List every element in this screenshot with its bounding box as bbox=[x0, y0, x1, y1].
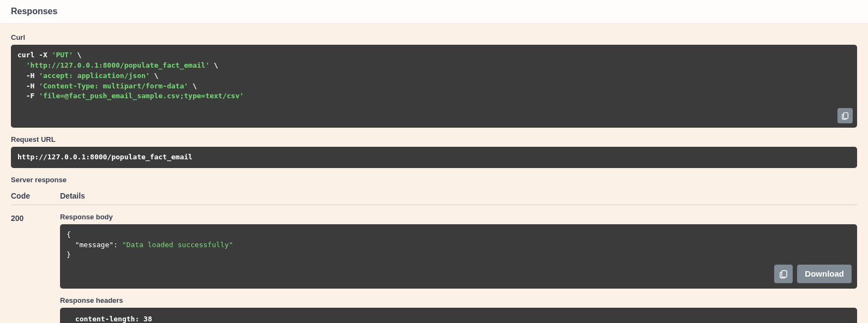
curl-text bbox=[17, 61, 26, 69]
response-table-head: Code Details bbox=[11, 192, 857, 205]
request-url-block: http://127.0.0.1:8000/populate_fact_emai… bbox=[11, 147, 857, 168]
request-url-value: http://127.0.0.1:8000/populate_fact_emai… bbox=[17, 153, 193, 161]
curl-text: \ bbox=[73, 51, 82, 59]
curl-text: 'PUT' bbox=[52, 51, 73, 59]
curl-code-block: curl -X 'PUT' \ 'http://127.0.0.1:8000/p… bbox=[11, 45, 857, 128]
curl-text: -H bbox=[17, 82, 39, 90]
clipboard-icon bbox=[841, 111, 849, 120]
response-details: Response body { "message": "Data loaded … bbox=[60, 213, 857, 323]
response-headers-label: Response headers bbox=[60, 296, 857, 304]
json-value: "Data loaded successfully" bbox=[122, 241, 234, 249]
responses-header: Responses bbox=[0, 0, 868, 23]
responses-title: Responses bbox=[11, 7, 857, 16]
curl-text: 'file=@fact_push_email_sample.csv;type=t… bbox=[39, 92, 244, 100]
json-brace: } bbox=[67, 250, 71, 259]
curl-label: Curl bbox=[11, 33, 857, 41]
response-body-label: Response body bbox=[60, 213, 857, 221]
curl-text: \ bbox=[150, 71, 159, 80]
copy-curl-button[interactable] bbox=[837, 108, 853, 123]
download-button[interactable]: Download bbox=[797, 265, 852, 283]
server-response-label: Server response bbox=[11, 176, 857, 184]
svg-rect-0 bbox=[843, 113, 848, 119]
response-headers-block: content-length: 38 content-type: applica… bbox=[60, 308, 857, 323]
curl-text: -H bbox=[17, 71, 39, 80]
status-code: 200 bbox=[11, 213, 60, 323]
curl-text: -F bbox=[17, 92, 39, 100]
request-url-label: Request URL bbox=[11, 135, 857, 143]
copy-response-button[interactable] bbox=[774, 265, 793, 283]
code-column-header: Code bbox=[11, 192, 60, 200]
curl-text: 'accept: application/json' bbox=[39, 71, 150, 80]
curl-text: 'Content-Type: multipart/form-data' bbox=[39, 82, 188, 90]
json-colon: : bbox=[113, 241, 122, 249]
curl-text: \ bbox=[188, 82, 197, 90]
curl-text: \ bbox=[209, 61, 218, 69]
svg-rect-1 bbox=[782, 271, 787, 277]
details-column-header: Details bbox=[60, 192, 857, 200]
json-key: "message" bbox=[75, 241, 113, 249]
responses-content: Curl curl -X 'PUT' \ 'http://127.0.0.1:8… bbox=[0, 23, 868, 323]
clipboard-icon bbox=[779, 269, 788, 279]
json-brace: { bbox=[67, 230, 71, 238]
curl-text: curl -X bbox=[17, 51, 52, 59]
response-body-actions: Download bbox=[774, 265, 852, 283]
curl-text: 'http://127.0.0.1:8000/populate_fact_ema… bbox=[26, 61, 210, 69]
response-body-block: { "message": "Data loaded successfully" … bbox=[60, 224, 857, 289]
response-headers-text: content-length: 38 content-type: applica… bbox=[71, 315, 225, 323]
response-row: 200 Response body { "message": "Data loa… bbox=[11, 213, 857, 323]
